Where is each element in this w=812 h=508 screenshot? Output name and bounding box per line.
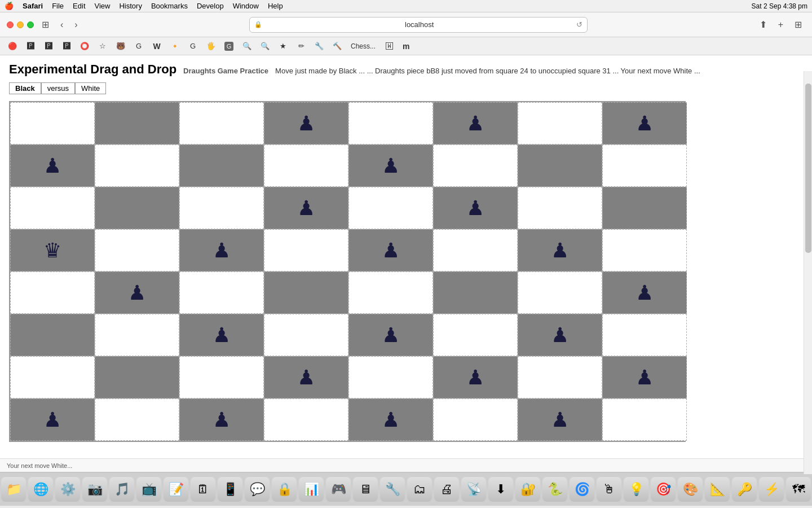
cell-r4-c0[interactable] <box>10 271 95 314</box>
cell-r6-c1[interactable] <box>95 356 179 398</box>
url-bar[interactable]: 🔒 localhost ↺ <box>249 17 588 33</box>
cell-r0-c1[interactable] <box>95 102 179 144</box>
tab-overview-button[interactable]: ⊞ <box>791 18 805 31</box>
dock-item-17[interactable]: 🗂 <box>407 477 432 502</box>
traffic-lights[interactable] <box>7 21 34 28</box>
bookmark-emoji[interactable]: 🐻 <box>113 41 129 52</box>
cell-r3-c1[interactable] <box>95 229 179 271</box>
cell-r3-c2[interactable]: ♟ <box>179 229 264 271</box>
cell-r0-c3[interactable]: ♟ <box>264 102 348 144</box>
cell-r2-c1[interactable] <box>95 187 179 229</box>
dock-item-11[interactable]: 💬 <box>245 477 270 502</box>
new-tab-button[interactable]: + <box>775 19 787 31</box>
dock-item-3[interactable]: 🌐 <box>28 477 53 502</box>
cell-r2-c0[interactable] <box>10 187 95 229</box>
cell-r2-c3[interactable]: ♟ <box>264 187 348 229</box>
dock-item-4[interactable]: ⚙️ <box>55 477 80 502</box>
menu-file[interactable]: File <box>52 2 64 10</box>
cell-r1-c3[interactable] <box>264 144 348 187</box>
close-button[interactable] <box>7 21 14 28</box>
cell-r6-c0[interactable] <box>10 356 95 398</box>
bookmark-pma3[interactable]: 🅿 <box>59 41 74 52</box>
bookmark-w2[interactable]: 🅆 <box>381 41 397 52</box>
cell-r4-c5[interactable] <box>433 271 518 314</box>
apple-menu[interactable]: 🍎 <box>5 2 14 10</box>
dock-item-15[interactable]: 🖥 <box>353 477 378 502</box>
maximize-button[interactable] <box>27 21 34 28</box>
cell-r3-c6[interactable]: ♟ <box>518 229 602 271</box>
menu-safari[interactable]: Safari <box>23 2 43 10</box>
cell-r1-c0[interactable]: ♟ <box>10 144 95 187</box>
cell-r7-c5[interactable] <box>433 398 518 441</box>
cell-r3-c4[interactable]: ♟ <box>348 229 433 271</box>
dock-item-10[interactable]: 📱 <box>218 477 242 502</box>
bookmark-circle[interactable]: ⭕ <box>77 41 92 52</box>
menu-bookmarks[interactable]: Bookmarks <box>151 2 188 10</box>
cell-r0-c7[interactable]: ♟ <box>602 102 687 144</box>
cell-r5-c0[interactable] <box>10 314 95 356</box>
checkerboard[interactable]: ♟♟♟♟♟♟♟♛♟♟♟♟♟♟♟♟♟♟♟♟♟♟♟ <box>10 102 687 441</box>
bookmark-chess[interactable]: Chess... <box>347 41 379 51</box>
menu-develop[interactable]: Develop <box>197 2 224 10</box>
cell-r4-c6[interactable] <box>518 271 602 314</box>
cell-r5-c1[interactable] <box>95 314 179 356</box>
cell-r5-c5[interactable] <box>433 314 518 356</box>
cell-r0-c5[interactable]: ♟ <box>433 102 518 144</box>
menu-window[interactable]: Window <box>233 2 259 10</box>
menu-edit[interactable]: Edit <box>73 2 85 10</box>
cell-r4-c1[interactable]: ♟ <box>95 271 179 314</box>
dock-item-16[interactable]: 🔧 <box>380 477 405 502</box>
cell-r3-c5[interactable] <box>433 229 518 271</box>
dock-item-30[interactable]: ⚡ <box>759 477 784 502</box>
sidebar-toggle-button[interactable]: ⊞ <box>38 18 52 31</box>
bookmark-star[interactable]: ☆ <box>95 41 111 52</box>
dock-item-7[interactable]: 📺 <box>136 477 161 502</box>
dock-item-27[interactable]: 🎨 <box>678 477 703 502</box>
scrollbar[interactable] <box>804 71 812 474</box>
cell-r1-c2[interactable] <box>179 144 264 187</box>
bookmark-tool2[interactable]: 🔨 <box>329 41 345 52</box>
cell-r3-c0[interactable]: ♛ <box>10 229 95 271</box>
cell-r6-c2[interactable] <box>179 356 264 398</box>
dock-item-26[interactable]: 🎯 <box>651 477 676 502</box>
cell-r3-c7[interactable] <box>602 229 687 271</box>
cell-r1-c5[interactable] <box>433 144 518 187</box>
dock-item-28[interactable]: 📐 <box>705 477 730 502</box>
bookmark-g2[interactable]: G <box>185 41 201 52</box>
cell-r0-c4[interactable] <box>348 102 433 144</box>
cell-r6-c4[interactable] <box>348 356 433 398</box>
cell-r6-c5[interactable]: ♟ <box>433 356 518 398</box>
cell-r4-c7[interactable]: ♟ <box>602 271 687 314</box>
cell-r0-c0[interactable] <box>10 102 95 144</box>
dock-item-6[interactable]: 🎵 <box>109 477 134 502</box>
dock-item-5[interactable]: 📷 <box>82 477 107 502</box>
menu-view[interactable]: View <box>95 2 111 10</box>
dock-item-25[interactable]: 💡 <box>624 477 648 502</box>
cell-r5-c2[interactable]: ♟ <box>179 314 264 356</box>
cell-r7-c2[interactable]: ♟ <box>179 398 264 441</box>
dock-item-19[interactable]: 📡 <box>461 477 486 502</box>
cell-r5-c4[interactable]: ♟ <box>348 314 433 356</box>
minimize-button[interactable] <box>17 21 24 28</box>
cell-r4-c4[interactable] <box>348 271 433 314</box>
dock-item-14[interactable]: 🎮 <box>326 477 351 502</box>
bookmark-fav[interactable]: ★ <box>275 41 291 52</box>
cell-r7-c7[interactable] <box>602 398 687 441</box>
cell-r5-c7[interactable] <box>602 314 687 356</box>
dock-item-24[interactable]: 🖱 <box>597 477 621 502</box>
cell-r2-c4[interactable] <box>348 187 433 229</box>
menu-help[interactable]: Help <box>268 2 283 10</box>
dock-item-20[interactable]: ⬇ <box>488 477 513 502</box>
cell-r2-c5[interactable]: ♟ <box>433 187 518 229</box>
bookmark-tool[interactable]: 🔧 <box>311 41 327 52</box>
cell-r6-c3[interactable]: ♟ <box>264 356 348 398</box>
bookmark-m[interactable]: m <box>399 41 413 52</box>
cell-r0-c6[interactable] <box>518 102 602 144</box>
cell-r7-c0[interactable]: ♟ <box>10 398 95 441</box>
cell-r5-c6[interactable]: ♟ <box>518 314 602 356</box>
dock-item-18[interactable]: 🖨 <box>434 477 459 502</box>
cell-r6-c7[interactable]: ♟ <box>602 356 687 398</box>
dock-item-31[interactable]: 🗺 <box>786 477 811 502</box>
dock-item-21[interactable]: 🔐 <box>515 477 540 502</box>
cell-r7-c3[interactable] <box>264 398 348 441</box>
